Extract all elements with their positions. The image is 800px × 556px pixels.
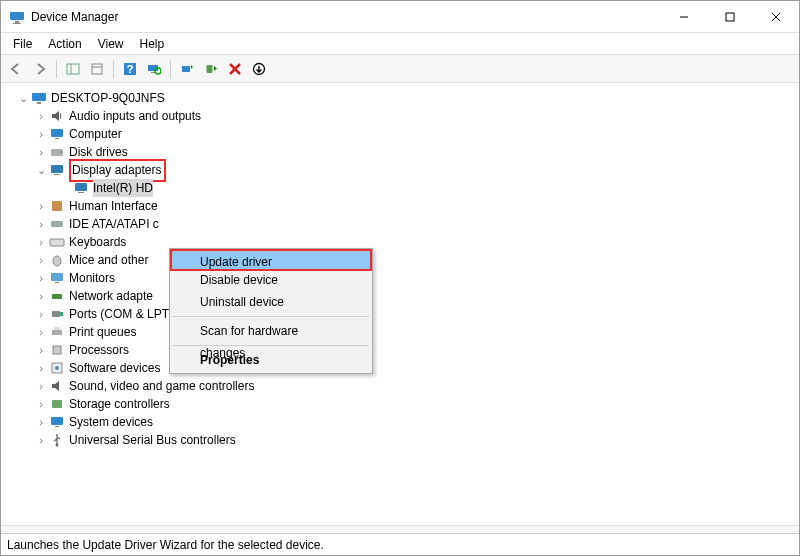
category-mice[interactable]: ›Mice and other	[7, 251, 795, 269]
expand-icon[interactable]: ›	[35, 413, 47, 431]
expand-icon[interactable]: ›	[35, 431, 47, 449]
category-network[interactable]: ›Network adapte	[7, 287, 795, 305]
svg-rect-1	[15, 21, 19, 23]
svg-rect-37	[52, 294, 62, 299]
svg-rect-47	[55, 426, 59, 427]
category-hid[interactable]: ›Human Interface	[7, 197, 795, 215]
titlebar: Device Manager	[1, 1, 799, 33]
cpu-icon	[49, 342, 65, 358]
category-processors[interactable]: ›Processors	[7, 341, 795, 359]
expand-icon[interactable]: ›	[35, 107, 47, 125]
toolbar: ?	[1, 55, 799, 83]
svg-rect-35	[51, 273, 63, 281]
menu-view[interactable]: View	[90, 35, 132, 53]
menu-scan-hardware[interactable]: Scan for hardware changes	[172, 320, 370, 342]
svg-point-26	[60, 151, 62, 153]
category-print[interactable]: ›Print queues	[7, 323, 795, 341]
status-text: Launches the Update Driver Wizard for th…	[7, 538, 324, 552]
menu-file[interactable]: File	[5, 35, 40, 53]
category-ide[interactable]: ›IDE ATA/ATAPI c	[7, 215, 795, 233]
statusbar: Launches the Update Driver Wizard for th…	[1, 533, 799, 555]
expand-icon[interactable]: ›	[35, 395, 47, 413]
maximize-button[interactable]	[707, 1, 753, 33]
category-software[interactable]: ›Software devices	[7, 359, 795, 377]
menu-disable-device[interactable]: Disable device	[172, 269, 370, 291]
software-icon	[49, 360, 65, 376]
hid-icon	[49, 198, 65, 214]
svg-rect-14	[151, 72, 155, 73]
menu-update-driver[interactable]: Update driver	[170, 249, 372, 271]
menu-properties[interactable]: Properties	[172, 349, 370, 371]
expand-icon[interactable]: ›	[35, 287, 47, 305]
svg-rect-29	[75, 183, 87, 191]
properties-button[interactable]	[86, 58, 108, 80]
expand-icon[interactable]: ›	[35, 197, 47, 215]
help-button[interactable]: ?	[119, 58, 141, 80]
scan-button[interactable]	[143, 58, 165, 80]
svg-rect-7	[67, 64, 79, 74]
svg-point-44	[55, 366, 59, 370]
category-ports[interactable]: ›Ports (COM & LPT)	[7, 305, 795, 323]
category-audio[interactable]: ›Audio inputs and outputs	[7, 107, 795, 125]
svg-rect-40	[52, 330, 62, 335]
audio-icon	[49, 108, 65, 124]
uninstall-button[interactable]	[224, 58, 246, 80]
menu-action[interactable]: Action	[40, 35, 89, 53]
context-menu: Update driver Disable device Uninstall d…	[169, 248, 373, 374]
expand-icon[interactable]: ›	[35, 215, 47, 233]
forward-button[interactable]	[29, 58, 51, 80]
svg-rect-32	[51, 221, 63, 227]
computer-icon	[31, 90, 47, 106]
expand-icon[interactable]: ›	[35, 377, 47, 395]
menu-help[interactable]: Help	[132, 35, 173, 53]
category-sound[interactable]: ›Sound, video and game controllers	[7, 377, 795, 395]
expand-icon[interactable]: ›	[35, 305, 47, 323]
minimize-button[interactable]	[661, 1, 707, 33]
enable-device-button[interactable]	[200, 58, 222, 80]
back-button[interactable]	[5, 58, 27, 80]
menubar: File Action View Help	[1, 33, 799, 55]
svg-text:?: ?	[127, 63, 134, 75]
update-driver-button[interactable]	[176, 58, 198, 80]
ports-icon	[49, 306, 65, 322]
keyboard-icon	[49, 234, 65, 250]
svg-point-34	[53, 256, 61, 266]
device-manager-window: Device Manager File Action View Help ? ⌄	[0, 0, 800, 556]
category-keyboards[interactable]: ›Keyboards	[7, 233, 795, 251]
expand-icon[interactable]: ›	[35, 143, 47, 161]
device-tree[interactable]: ⌄ DESKTOP-9Q0JNFS ›Audio inputs and outp…	[1, 83, 799, 523]
svg-rect-24	[55, 138, 59, 139]
sound-icon	[49, 378, 65, 394]
svg-rect-22	[37, 102, 41, 104]
menu-uninstall-device[interactable]: Uninstall device	[172, 291, 370, 313]
device-intel-hd[interactable]: Intel(R) HD	[7, 179, 795, 197]
expand-icon[interactable]: ›	[35, 341, 47, 359]
storage-icon	[49, 396, 65, 412]
svg-rect-39	[60, 312, 63, 316]
expand-icon[interactable]: ›	[35, 359, 47, 377]
expand-icon[interactable]: ›	[35, 251, 47, 269]
svg-rect-9	[92, 64, 102, 74]
mouse-icon	[49, 252, 65, 268]
collapse-icon[interactable]: ⌄	[17, 89, 29, 107]
expand-icon[interactable]: ›	[35, 323, 47, 341]
expand-icon[interactable]: ›	[35, 269, 47, 287]
category-system[interactable]: ›System devices	[7, 413, 795, 431]
category-usb[interactable]: ›Universal Serial Bus controllers	[7, 431, 795, 449]
show-hide-tree-button[interactable]	[62, 58, 84, 80]
collapse-icon[interactable]: ⌄	[35, 161, 47, 179]
expand-icon[interactable]: ›	[35, 233, 47, 251]
category-monitors[interactable]: ›Monitors	[7, 269, 795, 287]
expand-icon[interactable]: ›	[35, 125, 47, 143]
svg-rect-2	[13, 23, 21, 24]
category-storage[interactable]: ›Storage controllers	[7, 395, 795, 413]
close-button[interactable]	[753, 1, 799, 33]
display-icon	[73, 180, 89, 196]
disable-device-button[interactable]	[248, 58, 270, 80]
tree-root[interactable]: ⌄ DESKTOP-9Q0JNFS	[7, 89, 795, 107]
svg-rect-38	[52, 311, 60, 317]
window-title: Device Manager	[31, 10, 661, 24]
category-display[interactable]: ⌄Display adapters	[7, 161, 795, 179]
category-computer[interactable]: ›Computer	[7, 125, 795, 143]
svg-rect-28	[54, 174, 60, 175]
